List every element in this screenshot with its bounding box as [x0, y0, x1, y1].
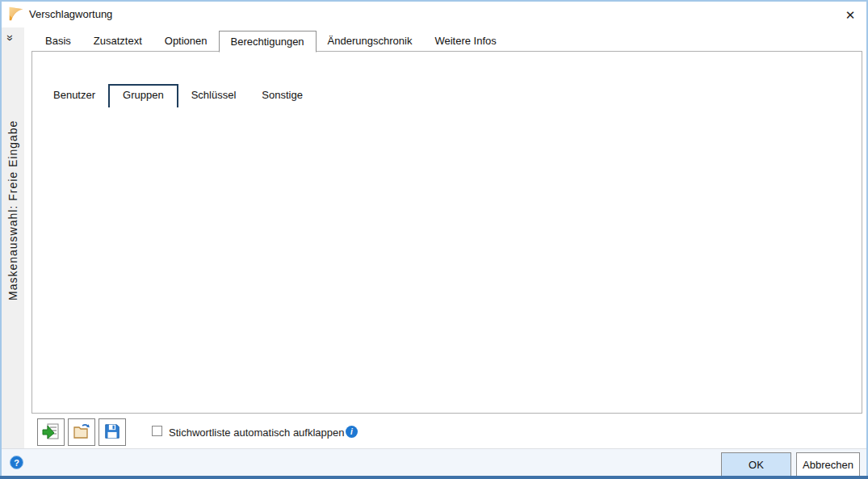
subtab-sonstige[interactable]: Sonstige — [249, 84, 316, 106]
app-logo-icon — [8, 6, 24, 22]
cancel-button-label: Abbrechen — [803, 459, 853, 471]
save-keywording-button[interactable] — [99, 418, 126, 446]
tab-weitere-infos[interactable]: Weitere Infos — [423, 31, 507, 52]
auto-expand-checkbox[interactable] — [152, 426, 162, 436]
ok-button[interactable]: OK — [721, 452, 791, 477]
main-tab-strip: Basis Zusatztext Optionen Berechtigungen… — [34, 31, 508, 52]
footer-bar: ? OK Abbrechen — [2, 448, 866, 476]
tab-berechtigungen[interactable]: Berechtigungen — [219, 31, 317, 53]
apply-keywording-button[interactable] — [37, 418, 65, 446]
save-disk-icon — [103, 422, 121, 443]
tab-zusatztext[interactable]: Zusatztext — [82, 31, 153, 52]
ok-button-label: OK — [748, 459, 764, 471]
folder-reload-icon — [72, 422, 91, 443]
title-bar: Verschlagwortung ✕ — [2, 2, 866, 27]
load-keywording-button[interactable] — [68, 418, 95, 446]
help-icon[interactable]: ? — [10, 456, 23, 469]
close-icon[interactable]: ✕ — [838, 5, 862, 26]
tab-basis[interactable]: Basis — [34, 31, 82, 52]
apply-list-icon — [41, 422, 61, 443]
mask-selection-label: Maskenauswahl: Freie Eingabe — [6, 120, 19, 300]
tab-aenderungschronik[interactable]: Änderungschronik — [317, 31, 424, 52]
info-icon[interactable]: i — [346, 426, 358, 438]
mask-sidebar[interactable]: » Maskenauswahl: Freie Eingabe — [2, 27, 24, 448]
cancel-button[interactable]: Abbrechen — [796, 452, 860, 477]
auto-expand-label: Stichwortliste automatisch aufklappen — [169, 426, 345, 439]
source-tab-strip: Benutzer Gruppen Schlüssel Sonstige — [40, 84, 316, 106]
subtab-benutzer[interactable]: Benutzer — [40, 84, 108, 106]
dialog-window: Verschlagwortung ✕ » Maskenauswahl: Frei… — [0, 0, 868, 479]
subtab-gruppen[interactable]: Gruppen — [108, 84, 178, 107]
tab-optionen[interactable]: Optionen — [153, 31, 219, 52]
window-title: Verschlagwortung — [29, 8, 112, 20]
subtab-schluessel[interactable]: Schlüssel — [178, 84, 249, 106]
expand-chevrons-icon[interactable]: » — [4, 35, 17, 41]
